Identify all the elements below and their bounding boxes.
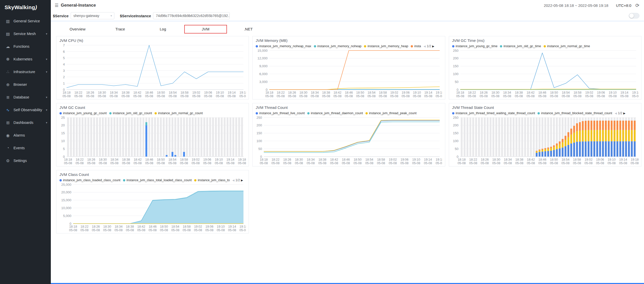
service-instance-select-value: 74d96c778c694c6b9b6322c62d55b765@192.168 xyxy=(156,14,230,18)
legend-item[interactable]: instance_jvm_class_loaded_class_count xyxy=(59,178,120,182)
svg-text:50: 50 xyxy=(258,147,262,151)
legend-prev-icon[interactable]: ◀ xyxy=(232,179,234,182)
sidebar-item-label: Functions xyxy=(13,44,47,48)
svg-text:18:3405-08: 18:3405-08 xyxy=(311,91,319,98)
sidebar-item-self-observability[interactable]: ∿Self Observability▾ xyxy=(0,104,51,116)
svg-text:3,000: 3,000 xyxy=(259,80,268,84)
service-instance-select[interactable]: 74d96c778c694c6b9b6322c62d55b765@192.168… xyxy=(153,12,230,19)
svg-text:19:1005-08: 19:1005-08 xyxy=(217,225,225,232)
sidebar-item-settings[interactable]: ⚙Settings xyxy=(0,154,51,167)
sidebar-item-browser[interactable]: ⊕Browser xyxy=(0,78,51,91)
legend-item[interactable]: instance_jvm_thread_daemon_count xyxy=(307,111,363,115)
svg-text:18:4605-08: 18:4605-08 xyxy=(345,91,353,98)
svg-text:18:3405-08: 18:3405-08 xyxy=(115,225,123,232)
tab-log[interactable]: Log xyxy=(142,25,184,34)
legend-item[interactable]: instance_jvm_class_total_loaded_class_co… xyxy=(123,178,192,182)
chevron-down-icon: ▾ xyxy=(111,14,112,18)
legend-label: instance_jvm_old_gc_count xyxy=(113,111,152,115)
legend-next-icon[interactable]: ▶ xyxy=(623,112,625,115)
svg-text:250: 250 xyxy=(453,49,458,53)
legend-item[interactable]: instance_jvm_normal_gc_time xyxy=(544,44,590,48)
sidebar-item-label: General Service xyxy=(13,19,47,23)
sidebar-item-database[interactable]: ≣Database▾ xyxy=(0,91,51,104)
sidebar-item-service-mesh[interactable]: ▤Service Mesh▾ xyxy=(0,27,51,40)
svg-text:18:5005-08: 18:5005-08 xyxy=(356,91,364,98)
refresh-icon[interactable]: ⟳ xyxy=(635,3,639,8)
chart-legend: instance_jvm_young_gc_countinstance_jvm_… xyxy=(59,111,246,115)
svg-text:19:0605-08: 19:0605-08 xyxy=(203,158,211,165)
legend-item[interactable]: instance_jvm_memory_heap xyxy=(364,44,408,48)
legend-item[interactable]: instance_jvm_thread_peak_count xyxy=(365,111,417,115)
sidebar-item-label: Alarms xyxy=(13,133,47,137)
svg-text:15: 15 xyxy=(61,131,65,135)
chart-title: JVM Class Count xyxy=(59,172,246,177)
timezone-label[interactable]: UTC+8:0 xyxy=(616,3,631,8)
sidebar-item-functions[interactable]: ☁Functions xyxy=(0,40,51,53)
svg-text:18:4205-08: 18:4205-08 xyxy=(526,91,534,98)
svg-text:250: 250 xyxy=(453,116,458,120)
svg-text:18:5805-08: 18:5805-08 xyxy=(573,91,581,98)
chart-title: JVM GC Count xyxy=(59,105,246,110)
sidebar-item-kubernetes[interactable]: ☸Kubernetes▾ xyxy=(0,53,51,65)
logo-text: SkyWalking xyxy=(5,4,35,10)
sidebar-item-events[interactable]: ◔Events xyxy=(0,142,51,154)
chevron-down-icon: ▾ xyxy=(46,96,47,99)
legend-item[interactable]: instance_jvm_thread_live_count xyxy=(256,111,305,115)
service-select[interactable]: shenyu-gateway ▾ xyxy=(71,12,114,19)
legend-label: instance_jvm_thread_live_count xyxy=(259,111,305,115)
svg-text:18:3005-08: 18:3005-08 xyxy=(299,91,308,98)
svg-text:1: 1 xyxy=(63,81,65,85)
sidebar-item-alarms[interactable]: ◉Alarms xyxy=(0,129,51,142)
legend-item[interactable]: instance_jvm_normal_gc_count xyxy=(155,111,203,115)
svg-text:18:1805-08: 18:1805-08 xyxy=(457,158,466,165)
svg-text:18:1805-08: 18:1805-08 xyxy=(456,91,464,98)
legend-item[interactable]: instance_jvm_young_gc_count xyxy=(59,111,107,115)
auto-refresh-toggle[interactable] xyxy=(629,13,639,19)
legend-item[interactable]: instance_jvm_old_gc_count xyxy=(109,111,152,115)
sidebar-nav: ▥General Service▤Service Mesh▾☁Functions… xyxy=(0,15,51,167)
svg-text:15,000: 15,000 xyxy=(257,49,268,53)
svg-text:18:3805-08: 18:3805-08 xyxy=(515,91,523,98)
tab-overview[interactable]: Overview xyxy=(56,25,99,34)
legend-prev-icon[interactable]: ◀ xyxy=(424,45,426,48)
dashboard-tabs: OverviewTraceLogJVM.NET xyxy=(51,23,644,35)
svg-text:18:1805-08: 18:1805-08 xyxy=(260,158,268,165)
legend-item[interactable]: instance_jvm_class_to xyxy=(194,178,230,182)
legend-label: instance_jvm_memory_noheap_max xyxy=(259,44,311,48)
legend-item[interactable]: instance_jvm_thread_blocked_state_thread… xyxy=(538,111,612,115)
sidebar-item-dashboards[interactable]: ⊞Dashboards▾ xyxy=(0,116,51,129)
chart-legend: instance_jvm_thread_live_countinstance_j… xyxy=(255,111,442,115)
legend-prev-icon[interactable]: ◀ xyxy=(615,112,617,115)
svg-text:19:1405-08: 19:1405-08 xyxy=(424,158,432,165)
panel-jvm-thread-state-count: JVM Thread State Countinstance_jvm_threa… xyxy=(449,103,641,166)
svg-text:18:5405-08: 18:5405-08 xyxy=(365,158,373,165)
dashboards-icon: ⊞ xyxy=(5,120,11,125)
chart-title: JVM Thread State Count xyxy=(452,105,639,110)
legend-next-icon[interactable]: ▶ xyxy=(432,45,434,48)
time-range-picker[interactable]: 2022-05-08 18:18 ~ 2022-05-08 19:18 xyxy=(544,3,608,8)
logo-swoosh-icon: ) xyxy=(35,4,38,11)
tab-jvm[interactable]: JVM xyxy=(184,25,227,34)
legend-item[interactable]: instance_jvm_old_gc_time xyxy=(500,44,541,48)
legend-item[interactable]: instance_jvm_memory_noheap xyxy=(314,44,362,48)
svg-text:4: 4 xyxy=(63,62,65,66)
sidebar-item-general-service[interactable]: ▥General Service xyxy=(0,15,51,27)
svg-text:10: 10 xyxy=(61,139,65,143)
legend-next-icon[interactable]: ▶ xyxy=(241,179,243,182)
svg-text:6: 6 xyxy=(63,50,65,54)
legend-item[interactable]: insta xyxy=(411,44,421,48)
sidebar-item-infrastructure[interactable]: ∴Infrastructure▾ xyxy=(0,65,51,78)
svg-text:18:5805-08: 18:5805-08 xyxy=(180,91,189,98)
legend-label: instance_jvm_young_gc_count xyxy=(63,111,107,115)
legend-item[interactable]: instance_jvm_memory_noheap_max xyxy=(256,44,311,48)
legend-dot xyxy=(544,45,546,47)
svg-text:3: 3 xyxy=(63,69,65,73)
menu-toggle-icon[interactable]: ☰ xyxy=(52,3,61,8)
svg-text:18:4205-08: 18:4205-08 xyxy=(137,225,145,232)
svg-text:18:5005-08: 18:5005-08 xyxy=(354,158,362,165)
legend-item[interactable]: instance_jvm_young_gc_time xyxy=(452,44,498,48)
tab-trace[interactable]: Trace xyxy=(99,25,142,34)
legend-item[interactable]: instance_jvm_thread_timed_waiting_state_… xyxy=(452,111,535,115)
svg-text:18:5805-08: 18:5805-08 xyxy=(377,158,385,165)
tab-net[interactable]: .NET xyxy=(227,25,270,34)
